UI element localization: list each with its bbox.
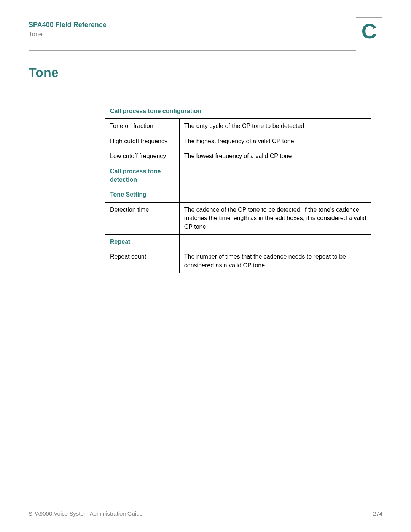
field-description [179,234,371,249]
field-description: The cadence of the CP tone to be detecte… [179,202,371,234]
chapter-title: SPA400 Field Reference [29,21,382,29]
table-row: Call process tone configuration [105,104,371,119]
appendix-badge: C [356,17,382,45]
page-number: 274 [373,510,382,517]
field-name: High cutoff frequency [105,134,180,149]
table-section-header: Call process tone configuration [105,104,371,119]
table-row: Repeat [105,234,371,249]
table-row: High cutoff frequency The highest freque… [105,134,371,149]
section-heading: Tone [29,65,382,80]
footer-divider [29,506,382,506]
table-row: Low cutoff frequency The lowest frequenc… [105,149,371,164]
page-footer: SPA9000 Voice System Administration Guid… [29,506,382,517]
table-row: Detection time The cadence of the CP ton… [105,202,371,234]
table-section-header: Call process tone detection [105,164,180,187]
section-breadcrumb: Tone [29,30,382,38]
field-name: Detection time [105,202,180,234]
field-description [179,187,371,202]
table-section-header: Tone Setting [105,187,180,202]
header-divider [29,50,356,51]
guide-title: SPA9000 Voice System Administration Guid… [29,510,143,517]
table-row: Repeat count The number of times that th… [105,249,371,273]
appendix-letter: C [362,21,377,42]
table-row: Tone on fraction The duty cycle of the C… [105,119,371,134]
page-header: SPA400 Field Reference Tone C [29,21,382,51]
field-name: Repeat count [105,249,180,273]
field-name: Tone on fraction [105,119,180,134]
field-name: Low cutoff frequency [105,149,180,164]
field-description: The highest frequency of a valid CP tone [179,134,371,149]
field-description: The duty cycle of the CP tone to be dete… [179,119,371,134]
table-row: Call process tone detection [105,164,371,187]
table-row: Tone Setting [105,187,371,202]
field-description [179,164,371,187]
tone-config-table: Call process tone configuration Tone on … [105,104,371,273]
field-description: The number of times that the cadence nee… [179,249,371,273]
field-description: The lowest frequency of a valid CP tone [179,149,371,164]
table-section-header: Repeat [105,234,180,249]
